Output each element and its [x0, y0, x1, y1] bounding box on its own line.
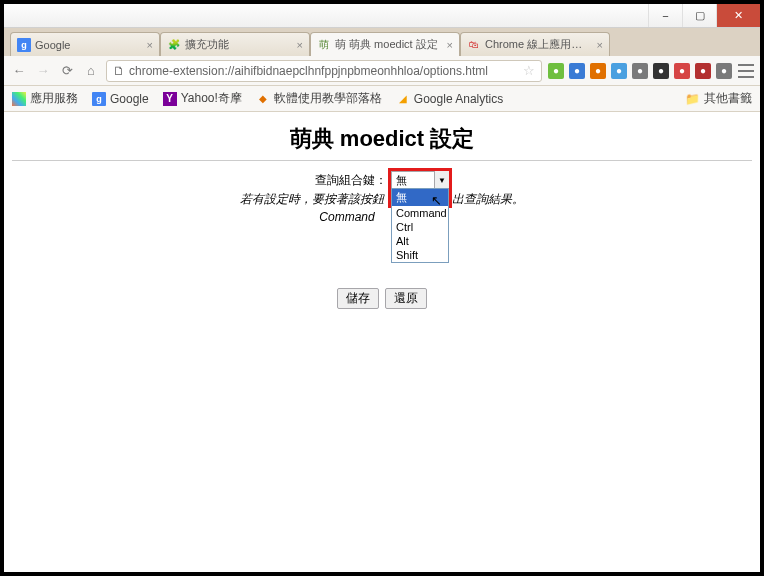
chevron-down-icon[interactable]: ▼: [434, 171, 449, 189]
help-sub-row: Command: [12, 210, 752, 224]
bookmark-label: Yahoo!奇摩: [181, 90, 242, 107]
tab-label: 擴充功能: [185, 37, 293, 52]
bookmarks-bar: 應用服務 g Google Y Yahoo!奇摩 ◆ 軟體使用教學部落格 ◢ G…: [4, 86, 760, 112]
tab-extensions[interactable]: 🧩 擴充功能 ×: [160, 32, 310, 56]
window-close-button[interactable]: ✕: [716, 4, 760, 27]
reset-button[interactable]: 還原: [385, 288, 427, 309]
back-button[interactable]: ←: [10, 62, 28, 80]
combo-key-row: 查詢組合鍵： 無 ▼ 無 Command Ctrl Alt Shift ↖: [12, 171, 752, 189]
option-ctrl[interactable]: Ctrl: [392, 220, 448, 234]
page-title: 萌典 moedict 設定: [12, 124, 752, 154]
combo-select[interactable]: 無 ▼ 無 Command Ctrl Alt Shift ↖: [391, 171, 449, 189]
blog-icon: ◆: [256, 92, 270, 106]
bookmark-star-icon[interactable]: ☆: [523, 63, 535, 78]
page-content: 萌典 moedict 設定 查詢組合鍵： 無 ▼ 無 Command Ctrl …: [4, 112, 760, 321]
option-none[interactable]: 無: [392, 189, 448, 206]
apps-icon: [12, 92, 26, 106]
home-button[interactable]: ⌂: [82, 62, 100, 80]
extension-icon[interactable]: ●: [590, 63, 606, 79]
window-minimize-button[interactable]: −: [648, 4, 682, 27]
tab-label: Chrome 線上應用程式商店: [485, 37, 593, 52]
page-icon: 🗋: [113, 64, 125, 78]
help-sub-text: Command: [319, 210, 374, 224]
window-titlebar: − ▢ ✕: [4, 4, 760, 28]
extension-icon[interactable]: ●: [611, 63, 627, 79]
bookmark-label: Google: [110, 92, 149, 106]
combo-dropdown: 無 Command Ctrl Alt Shift: [391, 188, 449, 263]
other-bookmarks-label: 其他書籤: [704, 90, 752, 107]
help-text-right: 出查詢結果。: [452, 191, 524, 208]
close-icon[interactable]: ×: [597, 39, 603, 51]
extension-icon[interactable]: ●: [716, 63, 732, 79]
bookmark-analytics[interactable]: ◢ Google Analytics: [396, 92, 503, 106]
google-favicon: g: [17, 38, 31, 52]
divider: [12, 160, 752, 161]
tab-strip: g Google × 🧩 擴充功能 × 萌 萌 萌典 moedict 設定 × …: [4, 28, 760, 56]
bookmark-blog[interactable]: ◆ 軟體使用教學部落格: [256, 90, 382, 107]
moedict-icon: 萌: [317, 38, 331, 52]
help-text-left: 若有設定時，要按著該按鈕: [240, 191, 384, 208]
reload-button[interactable]: ⟳: [58, 62, 76, 80]
extension-icon[interactable]: ●: [569, 63, 585, 79]
google-icon: g: [92, 92, 106, 106]
apps-button[interactable]: 應用服務: [12, 90, 78, 107]
tab-label: Google: [35, 39, 143, 51]
browser-window: − ▢ ✕ g Google × 🧩 擴充功能 × 萌 萌 萌典 moedict…: [0, 0, 764, 576]
option-command[interactable]: Command: [392, 206, 448, 220]
extension-icon[interactable]: ●: [548, 63, 564, 79]
tab-moedict-options[interactable]: 萌 萌 萌典 moedict 設定 ×: [310, 32, 460, 56]
close-icon[interactable]: ×: [447, 39, 453, 51]
puzzle-icon: 🧩: [167, 38, 181, 52]
combo-label: 查詢組合鍵：: [315, 172, 387, 189]
analytics-icon: ◢: [396, 92, 410, 106]
extension-icon[interactable]: ●: [653, 63, 669, 79]
tab-google[interactable]: g Google ×: [10, 32, 160, 56]
url-text: chrome-extension://aihifbidnaepclhnfppjn…: [129, 64, 519, 78]
forward-button[interactable]: →: [34, 62, 52, 80]
bookmark-yahoo[interactable]: Y Yahoo!奇摩: [163, 90, 242, 107]
help-text-row: 若有設定時，要按著該按鈕 出查詢結果。: [12, 191, 752, 208]
bookmark-google[interactable]: g Google: [92, 92, 149, 106]
apps-label: 應用服務: [30, 90, 78, 107]
close-icon[interactable]: ×: [147, 39, 153, 51]
menu-button[interactable]: [738, 64, 754, 78]
extension-icon[interactable]: ●: [674, 63, 690, 79]
window-maximize-button[interactable]: ▢: [682, 4, 716, 27]
option-alt[interactable]: Alt: [392, 234, 448, 248]
extension-icon[interactable]: ●: [695, 63, 711, 79]
option-shift[interactable]: Shift: [392, 248, 448, 262]
tab-webstore[interactable]: 🛍 Chrome 線上應用程式商店 ×: [460, 32, 610, 56]
extension-icon[interactable]: ●: [632, 63, 648, 79]
yahoo-icon: Y: [163, 92, 177, 106]
nav-toolbar: ← → ⟳ ⌂ 🗋 chrome-extension://aihifbidnae…: [4, 56, 760, 86]
address-bar[interactable]: 🗋 chrome-extension://aihifbidnaepclhnfpp…: [106, 60, 542, 82]
bookmark-label: Google Analytics: [414, 92, 503, 106]
close-icon[interactable]: ×: [297, 39, 303, 51]
extension-icons: ● ● ● ● ● ● ● ● ●: [548, 63, 732, 79]
tab-label: 萌 萌典 moedict 設定: [335, 37, 443, 52]
webstore-icon: 🛍: [467, 38, 481, 52]
save-button[interactable]: 儲存: [337, 288, 379, 309]
bookmark-label: 軟體使用教學部落格: [274, 90, 382, 107]
button-row: 儲存 還原: [12, 288, 752, 309]
other-bookmarks-button[interactable]: 📁 其他書籤: [685, 90, 752, 107]
folder-icon: 📁: [685, 92, 700, 106]
